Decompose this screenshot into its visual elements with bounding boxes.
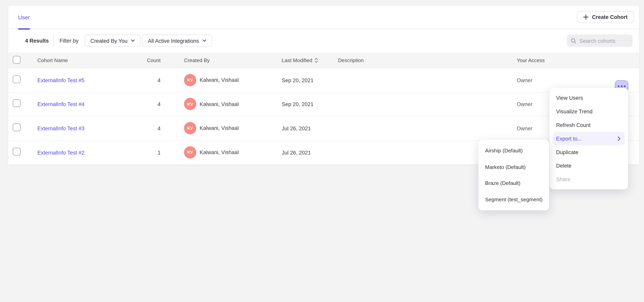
column-header-your-access: Your Access [517, 57, 545, 63]
filter-toolbar: 4 Results Filter by Created By You All A… [8, 29, 639, 53]
cohort-count: 4 [158, 125, 160, 131]
avatar: KV [184, 98, 196, 110]
column-header-count: Count [107, 57, 160, 63]
export-submenu: Airship (Default) Marketo (Default) Braz… [478, 140, 549, 210]
submenu-item-marketo[interactable]: Marketo (Default) [478, 159, 549, 175]
dot [618, 86, 619, 87]
results-count: 4 Results [25, 38, 49, 44]
author-name: Kalwani, Vishaal [200, 77, 239, 83]
dot [621, 86, 622, 87]
avatar: KV [184, 122, 196, 134]
menu-item-delete[interactable]: Delete [550, 159, 628, 173]
select-all-checkbox[interactable] [13, 56, 21, 64]
submenu-item-braze[interactable]: Braze (Default) [478, 175, 549, 191]
filter-by-label: Filter by [60, 38, 78, 44]
search-box [567, 34, 632, 47]
sort-arrows-icon [315, 58, 318, 63]
chevron-down-icon [131, 40, 135, 42]
integrations-filter-value: All Active Integrations [148, 38, 199, 44]
cohort-name-link[interactable]: ExternalInfo Test #5 [38, 77, 84, 83]
last-modified-date: Jul 26, 2021 [282, 125, 311, 131]
create-cohort-button[interactable]: Create Cohort [577, 11, 634, 23]
last-modified-date: Sep 20, 2021 [282, 101, 314, 107]
row-checkbox[interactable] [13, 99, 21, 107]
column-header-description: Description [338, 57, 364, 63]
cohort-name-link[interactable]: ExternalInfo Test #2 [38, 150, 84, 156]
table-row[interactable]: ExternalInfo Test #3 4 KVKalwani, Vishaa… [8, 116, 639, 140]
table-row[interactable]: ExternalInfo Test #5 4 KVKalwani, Vishaa… [8, 68, 639, 92]
menu-item-export-to[interactable]: Export to... [553, 132, 625, 146]
access-level: Owner [517, 77, 532, 83]
author-name: Kalwani, Vishaal [200, 149, 239, 155]
menu-item-export-slot: Export to... [550, 132, 628, 146]
cohort-count: 1 [158, 150, 160, 156]
author-name: Kalwani, Vishaal [200, 101, 239, 107]
integrations-filter-dropdown[interactable]: All Active Integrations [142, 34, 212, 47]
menu-item-visualize-trend[interactable]: Visualize Trend [550, 105, 628, 118]
avatar: KV [184, 146, 196, 158]
chevron-down-icon [202, 40, 206, 42]
column-header-created-by: Created By [184, 57, 210, 63]
menu-item-export-label: Export to... [556, 136, 582, 142]
column-header-last-modified: Last Modified [282, 57, 312, 63]
cohort-count: 4 [158, 77, 160, 83]
menu-item-share: Share [550, 172, 628, 186]
search-icon [571, 38, 576, 44]
last-modified-date: Jul 26, 2021 [282, 150, 311, 156]
submenu-item-segment[interactable]: Segment (test_segment) [478, 191, 549, 208]
last-modified-date: Sep 20, 2021 [282, 77, 314, 83]
cohort-name-link[interactable]: ExternalInfo Test #3 [38, 125, 84, 131]
plus-icon [583, 14, 589, 20]
avatar: KV [184, 74, 196, 86]
row-checkbox[interactable] [13, 75, 21, 83]
search-input[interactable] [579, 38, 628, 44]
menu-item-refresh-count[interactable]: Refresh Count [550, 118, 628, 132]
row-checkbox[interactable] [13, 124, 21, 131]
menu-item-duplicate[interactable]: Duplicate [550, 146, 628, 159]
submenu-item-airship[interactable]: Airship (Default) [478, 142, 549, 159]
tab-user[interactable]: User [14, 6, 34, 29]
toolbar-divider [54, 33, 54, 48]
cohort-count: 4 [158, 101, 160, 107]
column-header-cohort-name: Cohort Name [38, 57, 68, 63]
row-checkbox[interactable] [13, 148, 21, 156]
cohort-name-link[interactable]: ExternalInfo Test #4 [38, 101, 84, 107]
tab-strip: User Create Cohort [8, 6, 639, 29]
menu-item-view-users[interactable]: View Users [550, 91, 628, 105]
created-by-filter-value: Created By You [90, 38, 128, 44]
column-header-last-modified-sort[interactable]: Last Modified [282, 57, 318, 63]
author-name: Kalwani, Vishaal [200, 125, 239, 131]
access-level: Owner [517, 125, 532, 131]
row-actions-menu: View Users Visualize Trend Refresh Count… [550, 88, 628, 190]
table-header: Cohort Name Count Created By Last Modifi… [8, 53, 639, 68]
chevron-right-icon [618, 136, 621, 141]
table-row[interactable]: ExternalInfo Test #4 4 KVKalwani, Vishaa… [8, 92, 639, 116]
access-level: Owner [517, 101, 532, 107]
tab-user-label: User [18, 14, 30, 20]
created-by-filter-dropdown[interactable]: Created By You [84, 34, 140, 47]
dot [624, 86, 626, 87]
cohorts-page: User Create Cohort 4 Results Filter by C… [0, 0, 644, 302]
create-cohort-label: Create Cohort [592, 14, 628, 20]
